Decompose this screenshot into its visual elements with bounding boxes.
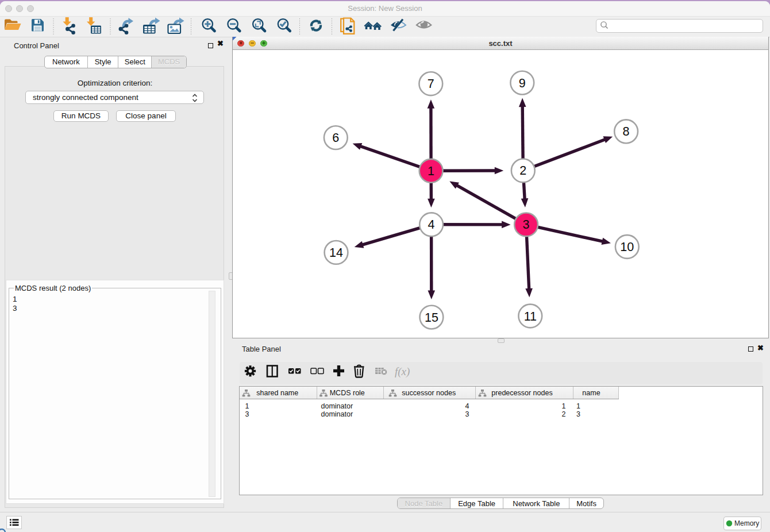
svg-text:3: 3 — [523, 218, 530, 232]
svg-text:1: 1 — [428, 164, 434, 178]
svg-text:9: 9 — [519, 76, 526, 90]
svg-text:11: 11 — [524, 310, 537, 323]
svg-text:f(x): f(x) — [395, 365, 410, 378]
svg-text:10: 10 — [620, 240, 634, 254]
svg-text:7: 7 — [428, 77, 434, 91]
svg-text:14: 14 — [329, 246, 343, 260]
svg-text:4: 4 — [428, 218, 435, 232]
svg-text:8: 8 — [623, 125, 630, 138]
svg-text:15: 15 — [425, 311, 438, 325]
svg-text:2: 2 — [519, 164, 526, 178]
svg-text:6: 6 — [332, 131, 339, 145]
